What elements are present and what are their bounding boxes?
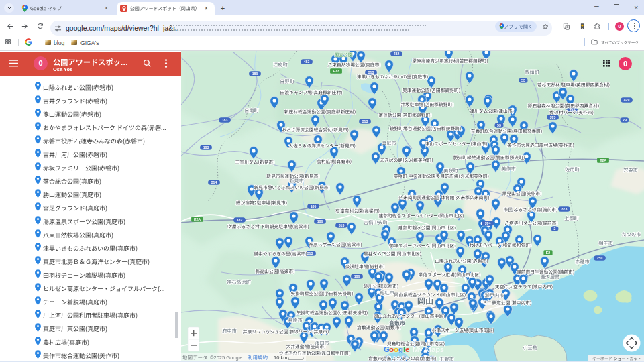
svg-text:My Maps: My Maps — [413, 345, 444, 353]
svg-text:29: 29 — [623, 118, 627, 122]
svg-text:373: 373 — [550, 115, 556, 119]
svg-text:180: 180 — [311, 204, 317, 208]
svg-text:180: 180 — [354, 274, 360, 278]
svg-text:E2A: E2A — [194, 217, 201, 221]
svg-text:E2A: E2A — [600, 158, 606, 162]
svg-text:183: 183 — [203, 145, 209, 149]
svg-text:10 km: 10 km — [274, 355, 287, 361]
svg-text:0: 0 — [623, 60, 627, 68]
svg-text:180: 180 — [252, 72, 258, 76]
svg-text:314: 314 — [211, 180, 217, 184]
svg-text:313: 313 — [362, 119, 368, 123]
svg-text:373: 373 — [561, 207, 568, 211]
svg-text:e: e — [405, 345, 409, 353]
svg-text:482: 482 — [304, 60, 310, 64]
svg-text:183: 183 — [222, 118, 228, 122]
svg-text:E73: E73 — [333, 69, 339, 73]
svg-text:180: 180 — [317, 219, 323, 223]
svg-text:53: 53 — [497, 123, 501, 127]
svg-text:182: 182 — [237, 218, 243, 222]
svg-text:313: 313 — [368, 70, 374, 74]
svg-text:©2025 Google: ©2025 Google — [210, 355, 242, 361]
svg-text:374: 374 — [485, 221, 491, 225]
svg-text:o: o — [394, 345, 398, 353]
svg-text:429: 429 — [624, 98, 630, 102]
svg-text:53: 53 — [521, 78, 525, 82]
svg-text:o: o — [389, 345, 394, 353]
svg-text:313: 313 — [307, 251, 313, 255]
svg-text:2: 2 — [554, 227, 556, 231]
svg-text:313: 313 — [339, 223, 345, 227]
svg-text:g: g — [398, 345, 403, 353]
svg-text:250: 250 — [597, 256, 603, 260]
svg-text:482: 482 — [394, 52, 400, 56]
svg-text:E2: E2 — [546, 251, 550, 255]
